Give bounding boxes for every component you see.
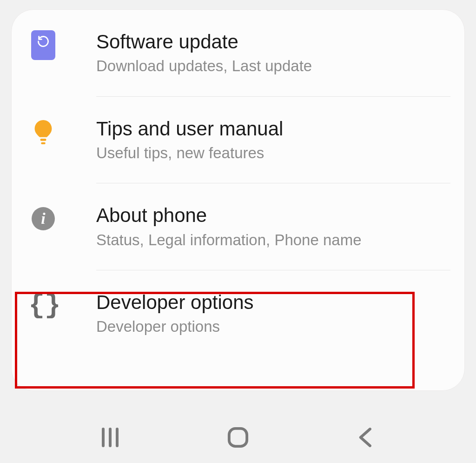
svg-rect-0 [40,139,46,141]
home-icon [225,425,251,450]
braces-icon: { } [28,292,58,319]
settings-item-tips[interactable]: Tips and user manual Useful tips, new fe… [12,97,464,183]
settings-item-software-update[interactable]: Software update Download updates, Last u… [12,10,464,96]
settings-item-about-phone[interactable]: i About phone Status, Legal information,… [12,183,464,270]
settings-item-title: Developer options [96,291,450,314]
settings-item-title: About phone [96,204,450,227]
settings-item-subtitle: Download updates, Last update [96,56,450,75]
settings-item-developer-options[interactable]: { } Developer options Developer options [12,270,464,357]
settings-item-subtitle: Developer options [96,317,450,336]
nav-back-button[interactable] [338,425,394,450]
nav-home-button[interactable] [210,425,266,450]
navigation-bar [0,412,476,463]
settings-card: Software update Download updates, Last u… [11,9,465,391]
settings-item-title: Software update [96,30,450,54]
update-icon [31,30,55,60]
settings-item-subtitle: Status, Legal information, Phone name [96,230,450,249]
info-icon: i [32,207,55,230]
lightbulb-icon [31,120,55,144]
settings-item-subtitle: Useful tips, new features [96,143,450,162]
nav-recents-button[interactable] [82,428,138,447]
recents-icon [102,428,119,447]
svg-rect-2 [229,429,247,446]
svg-rect-1 [41,142,46,144]
back-icon [353,425,378,450]
settings-item-title: Tips and user manual [96,117,450,141]
